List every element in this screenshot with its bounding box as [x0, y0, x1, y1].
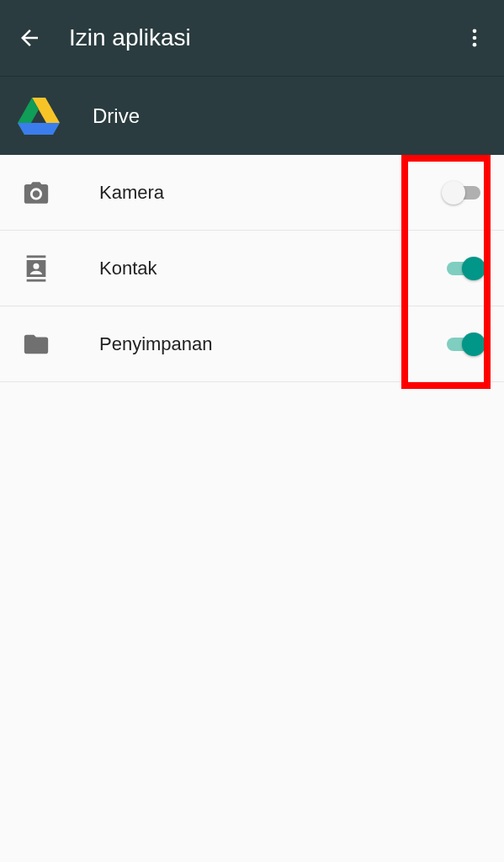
- camera-icon: [20, 177, 52, 209]
- page-title: Izin aplikasi: [69, 24, 460, 51]
- app-header: Drive: [0, 76, 504, 155]
- overflow-menu-button[interactable]: [460, 24, 489, 52]
- svg-rect-6: [27, 255, 46, 258]
- svg-point-1: [473, 36, 477, 40]
- permission-row-storage[interactable]: Penyimpanan: [0, 306, 504, 382]
- permissions-list: Kamera Kontak Penyimpanan: [0, 155, 504, 382]
- arrow-back-icon: [17, 25, 42, 51]
- permission-label: Penyimpanan: [99, 333, 442, 355]
- drive-app-icon: [17, 94, 61, 138]
- permission-row-camera[interactable]: Kamera: [0, 155, 504, 231]
- dots-vertical-icon: [463, 26, 486, 50]
- toggle-contacts[interactable]: [442, 256, 485, 281]
- svg-rect-7: [27, 279, 46, 281]
- folder-icon: [20, 328, 52, 360]
- toolbar: Izin aplikasi: [0, 0, 504, 76]
- svg-point-2: [473, 43, 477, 47]
- contacts-icon: [20, 253, 52, 285]
- permission-label: Kamera: [99, 182, 442, 204]
- app-name-label: Drive: [93, 104, 140, 128]
- back-button[interactable]: [15, 24, 44, 52]
- toggle-camera[interactable]: [442, 180, 485, 205]
- svg-marker-5: [18, 123, 60, 135]
- svg-point-0: [473, 29, 477, 34]
- permission-label: Kontak: [99, 258, 442, 279]
- toggle-storage[interactable]: [442, 332, 485, 357]
- permission-row-contacts[interactable]: Kontak: [0, 231, 504, 306]
